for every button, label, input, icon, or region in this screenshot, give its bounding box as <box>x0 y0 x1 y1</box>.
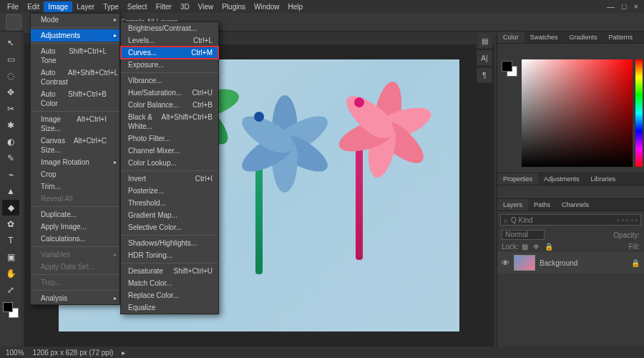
color-swatches[interactable] <box>3 302 19 318</box>
menu-type[interactable]: Type <box>99 1 123 12</box>
layertabs-layers[interactable]: Layers <box>497 199 528 211</box>
tool-1[interactable]: ▭ <box>2 52 19 67</box>
menu-3d[interactable]: 3D <box>176 1 194 12</box>
tool-0[interactable]: ↖ <box>2 35 19 51</box>
image-menu-image-rotation[interactable]: Image Rotation <box>31 156 119 168</box>
colortabs-color[interactable]: Color <box>497 32 525 43</box>
lock-pixels-icon[interactable]: ▦ <box>522 243 530 251</box>
hue-slider[interactable] <box>635 59 643 167</box>
adjustments-equalize[interactable]: Equalize <box>121 301 218 314</box>
colortabs-swatches[interactable]: Swatches <box>525 32 564 43</box>
adjustments-match-color-[interactable]: Match Color... <box>121 277 218 289</box>
adjustments-black-white-[interactable]: Black & White...Alt+Shift+Ctrl+B <box>121 111 218 132</box>
adjustments-invert[interactable]: InvertCtrl+I <box>121 173 218 185</box>
adjustments-color-balance-[interactable]: Color Balance...Ctrl+B <box>121 99 218 111</box>
layer-background[interactable]: 👁 Background 🔒 <box>497 252 644 274</box>
adjustments-curves-[interactable]: Curves...Ctrl+M <box>121 47 218 59</box>
tool-14[interactable]: ✋ <box>2 266 19 281</box>
adjustments-color-lookup-[interactable]: Color Lookup... <box>121 157 218 169</box>
adjustments-vibrance-[interactable]: Vibrance... <box>121 74 218 87</box>
menu-help[interactable]: Help <box>284 1 308 12</box>
menubar: FileEditImageLayerTypeSelectFilter3DView… <box>0 0 644 13</box>
menu-select[interactable]: Select <box>123 1 152 12</box>
tool-9[interactable]: ▲ <box>2 183 19 199</box>
adjustments-channel-mixer-[interactable]: Channel Mixer... <box>121 145 218 157</box>
adjustments-exposure-[interactable]: Exposure... <box>121 59 218 71</box>
image-menu-mode[interactable]: Mode <box>31 14 119 26</box>
layers-panel: LayersPathsChannels ⌕ Q Kind ▫ ▫ ▫ ▫ ▫ N… <box>497 198 644 276</box>
right-panels: ColorSwatchesGradientsPatterns Propertie… <box>497 32 644 347</box>
home-icon[interactable] <box>6 14 21 30</box>
menu-view[interactable]: View <box>194 1 218 12</box>
midtabs-adjustments[interactable]: Adjustments <box>538 173 585 185</box>
lock-all-icon[interactable]: 🔒 <box>545 243 553 251</box>
tool-6[interactable]: ◐ <box>2 134 19 150</box>
adjustments-threshold-[interactable]: Threshold... <box>121 197 218 209</box>
layertabs-paths[interactable]: Paths <box>528 199 556 211</box>
adjustments-photo-filter-[interactable]: Photo Filter... <box>121 132 218 145</box>
tool-8[interactable]: ⌁ <box>2 167 19 183</box>
adjustments-levels-[interactable]: Levels...Ctrl+L <box>121 34 218 47</box>
midtabs-properties[interactable]: Properties <box>497 173 538 185</box>
tool-15[interactable]: ⤢ <box>2 282 19 298</box>
lock-position-icon[interactable]: ✥ <box>533 243 542 251</box>
image-menu-image-size-[interactable]: Image Size...Alt+Ctrl+I <box>31 113 119 135</box>
adjustments-hue-saturation-[interactable]: Hue/Saturation...Ctrl+U <box>121 87 218 99</box>
tool-11[interactable]: ✿ <box>2 216 19 232</box>
adjustments-posterize-[interactable]: Posterize... <box>121 185 218 197</box>
image-menu-trim-[interactable]: Trim... <box>31 180 119 193</box>
adjustments-shadows-highlights-[interactable]: Shadows/Highlights... <box>121 237 218 249</box>
image-menu-analysis[interactable]: Analysis <box>31 292 119 304</box>
character-icon[interactable]: A| <box>477 50 492 66</box>
adjustments-desaturate[interactable]: DesaturateShift+Ctrl+U <box>121 265 218 277</box>
menu-window[interactable]: Window <box>250 1 284 12</box>
tool-2[interactable]: ◌ <box>2 68 19 84</box>
image-menu-reveal-all: Reveal All <box>31 193 119 205</box>
window-controls: — □ × <box>601 0 644 13</box>
adjustments-replace-color-[interactable]: Replace Color... <box>121 289 218 301</box>
tool-5[interactable]: ✱ <box>2 117 19 133</box>
color-field[interactable] <box>522 59 633 167</box>
paragraph-icon[interactable]: ¶ <box>477 67 492 83</box>
tool-7[interactable]: ✎ <box>2 150 19 166</box>
adjustments-selective-color-[interactable]: Selective Color... <box>121 221 218 233</box>
visibility-icon[interactable]: 👁 <box>502 258 509 267</box>
image-menu-auto-color[interactable]: Auto ColorShift+Ctrl+B <box>31 88 119 110</box>
image-menu-auto-contrast[interactable]: Auto ContrastAlt+Shift+Ctrl+L <box>31 67 119 88</box>
image-menu-calculations-[interactable]: Calculations... <box>31 233 119 245</box>
maximize-button[interactable]: □ <box>622 2 627 11</box>
tool-13[interactable]: ▣ <box>2 249 19 265</box>
menu-plugins[interactable]: Plugins <box>218 1 250 12</box>
colortabs-gradients[interactable]: Gradients <box>564 32 603 43</box>
layertabs-channels[interactable]: Channels <box>556 199 595 211</box>
minimize-button[interactable]: — <box>607 2 615 11</box>
image-menu-apply-image-[interactable]: Apply Image... <box>31 221 119 233</box>
foreground-background-swatches[interactable] <box>502 61 517 77</box>
adjustments-brightness-contrast-[interactable]: Brightness/Contrast... <box>121 22 218 34</box>
menu-edit[interactable]: Edit <box>23 1 44 12</box>
tool-10[interactable]: ◆ <box>2 200 19 216</box>
image-menu-adjustments[interactable]: Adjustments <box>31 29 119 42</box>
colortabs-patterns[interactable]: Patterns <box>603 32 639 43</box>
menu-filter[interactable]: Filter <box>152 1 176 12</box>
blend-mode-select[interactable]: Normal <box>502 230 545 240</box>
close-button[interactable]: × <box>634 2 638 11</box>
menu-file[interactable]: File <box>3 1 23 12</box>
midtabs-libraries[interactable]: Libraries <box>585 173 622 185</box>
layer-name: Background <box>540 259 577 267</box>
tool-12[interactable]: T <box>2 233 19 248</box>
history-icon[interactable]: ▤ <box>477 33 492 49</box>
menu-image[interactable]: Image <box>44 1 72 12</box>
image-menu-auto-tone[interactable]: Auto ToneShift+Ctrl+L <box>31 45 119 67</box>
tool-4[interactable]: ✂ <box>2 101 19 117</box>
zoom-level[interactable]: 100% <box>6 349 24 357</box>
layer-filter[interactable]: ⌕ Q Kind ▫ ▫ ▫ ▫ ▫ <box>500 214 641 226</box>
image-menu-crop[interactable]: Crop <box>31 168 119 180</box>
image-menu-duplicate-[interactable]: Duplicate... <box>31 208 119 221</box>
image-menu-canvas-size-[interactable]: Canvas Size...Alt+Ctrl+C <box>31 135 119 156</box>
opacity-label: Opacity: <box>613 231 640 239</box>
adjustments-hdr-toning-[interactable]: HDR Toning... <box>121 249 218 261</box>
tool-3[interactable]: ✥ <box>2 84 19 100</box>
menu-layer[interactable]: Layer <box>72 1 99 12</box>
adjustments-gradient-map-[interactable]: Gradient Map... <box>121 209 218 221</box>
